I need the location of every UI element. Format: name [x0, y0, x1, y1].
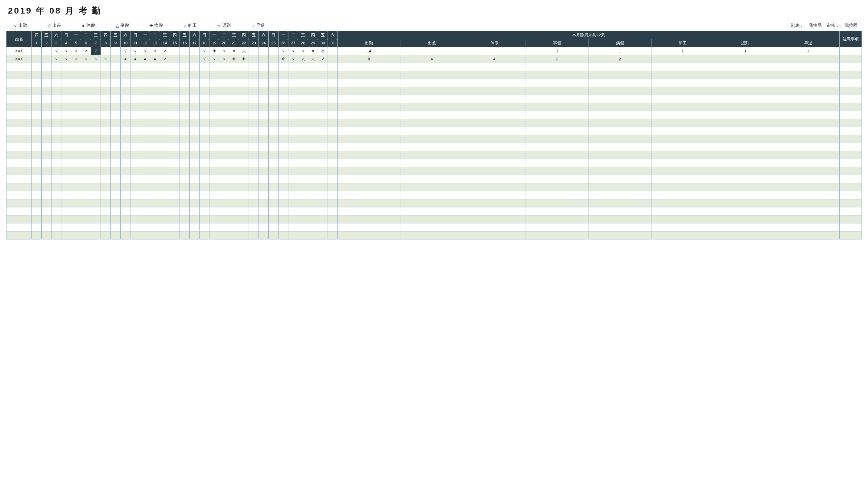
day-cell[interactable]: [52, 71, 61, 79]
day-cell[interactable]: [298, 183, 308, 192]
day-cell[interactable]: [52, 111, 61, 119]
day-cell[interactable]: [111, 63, 120, 71]
day-cell[interactable]: [190, 103, 200, 111]
day-cell[interactable]: [111, 167, 120, 175]
day-cell[interactable]: [61, 167, 71, 175]
day-cell[interactable]: [308, 232, 318, 239]
day-cell[interactable]: [111, 79, 120, 87]
day-cell[interactable]: [239, 135, 249, 143]
day-cell[interactable]: [111, 199, 120, 207]
day-cell[interactable]: [120, 151, 130, 159]
day-cell[interactable]: [289, 95, 298, 103]
day-cell[interactable]: [71, 87, 81, 95]
day-cell[interactable]: [42, 71, 52, 79]
day-cell[interactable]: [111, 87, 120, 95]
day-cell[interactable]: [170, 127, 180, 135]
day-cell[interactable]: [180, 175, 190, 183]
day-cell[interactable]: [170, 111, 180, 119]
day-cell[interactable]: [249, 71, 259, 79]
day-cell[interactable]: [32, 199, 42, 207]
name-cell[interactable]: [7, 215, 32, 223]
day-cell[interactable]: [120, 127, 130, 135]
day-cell[interactable]: [160, 175, 170, 183]
day-cell[interactable]: [269, 135, 279, 143]
day-cell[interactable]: [259, 87, 269, 95]
day-cell[interactable]: [91, 207, 101, 215]
day-cell[interactable]: [101, 87, 111, 95]
day-cell[interactable]: [249, 232, 259, 239]
day-cell[interactable]: [219, 127, 229, 135]
day-cell[interactable]: [32, 135, 42, 143]
day-cell[interactable]: [269, 232, 279, 239]
day-cell[interactable]: [140, 135, 150, 143]
day-cell[interactable]: [279, 151, 289, 159]
day-cell[interactable]: [269, 63, 279, 71]
day-cell[interactable]: [42, 111, 52, 119]
day-cell[interactable]: [130, 215, 140, 223]
day-cell[interactable]: [32, 215, 42, 223]
day-cell[interactable]: [160, 71, 170, 79]
day-cell[interactable]: [318, 71, 328, 79]
day-cell[interactable]: [140, 151, 150, 159]
day-cell[interactable]: [120, 135, 130, 143]
day-cell[interactable]: [140, 79, 150, 87]
day-cell[interactable]: [289, 167, 298, 175]
day-cell[interactable]: [91, 135, 101, 143]
day-cell[interactable]: [111, 103, 120, 111]
day-cell[interactable]: [91, 175, 101, 183]
day-cell[interactable]: [308, 127, 318, 135]
day-cell[interactable]: [61, 223, 71, 232]
day-cell[interactable]: [91, 143, 101, 151]
day-cell[interactable]: [111, 175, 120, 183]
day-cell[interactable]: [160, 223, 170, 232]
day-cell[interactable]: [308, 71, 318, 79]
day-cell[interactable]: [289, 135, 298, 143]
day-cell[interactable]: [52, 232, 61, 239]
day-cell[interactable]: [239, 207, 249, 215]
day-cell[interactable]: [140, 223, 150, 232]
day-cell[interactable]: [298, 151, 308, 159]
day-cell[interactable]: [200, 103, 209, 111]
day-cell[interactable]: [101, 183, 111, 192]
day-cell[interactable]: [71, 95, 81, 103]
day-cell[interactable]: [298, 87, 308, 95]
day-cell[interactable]: [150, 175, 160, 183]
day-cell[interactable]: ※: [279, 55, 289, 63]
day-cell[interactable]: [190, 223, 200, 232]
day-cell[interactable]: √: [52, 47, 61, 55]
name-cell[interactable]: [7, 151, 32, 159]
day-cell[interactable]: [269, 207, 279, 215]
day-cell[interactable]: [42, 87, 52, 95]
day-cell[interactable]: [61, 199, 71, 207]
day-cell[interactable]: [229, 63, 239, 71]
day-cell[interactable]: [328, 167, 338, 175]
day-cell[interactable]: [120, 223, 130, 232]
day-cell[interactable]: [318, 223, 328, 232]
day-cell[interactable]: [249, 63, 259, 71]
day-cell[interactable]: [81, 159, 91, 167]
day-cell[interactable]: [32, 79, 42, 87]
day-cell[interactable]: [140, 87, 150, 95]
day-cell[interactable]: [91, 183, 101, 192]
day-cell[interactable]: [318, 63, 328, 71]
day-cell[interactable]: [160, 119, 170, 127]
name-cell[interactable]: [7, 159, 32, 167]
day-cell[interactable]: [249, 95, 259, 103]
day-cell[interactable]: [279, 183, 289, 192]
day-cell[interactable]: [229, 167, 239, 175]
day-cell[interactable]: [269, 127, 279, 135]
day-cell[interactable]: [81, 95, 91, 103]
day-cell[interactable]: [170, 167, 180, 175]
day-cell[interactable]: [32, 232, 42, 239]
day-cell[interactable]: [308, 95, 318, 103]
day-cell[interactable]: √: [140, 47, 150, 55]
day-cell[interactable]: [318, 111, 328, 119]
day-cell[interactable]: [298, 127, 308, 135]
name-cell[interactable]: [7, 232, 32, 239]
day-cell[interactable]: [32, 63, 42, 71]
day-cell[interactable]: [150, 215, 160, 223]
day-cell[interactable]: √: [318, 55, 328, 63]
day-cell[interactable]: √: [289, 55, 298, 63]
notes-cell[interactable]: [840, 159, 862, 167]
day-cell[interactable]: [140, 159, 150, 167]
